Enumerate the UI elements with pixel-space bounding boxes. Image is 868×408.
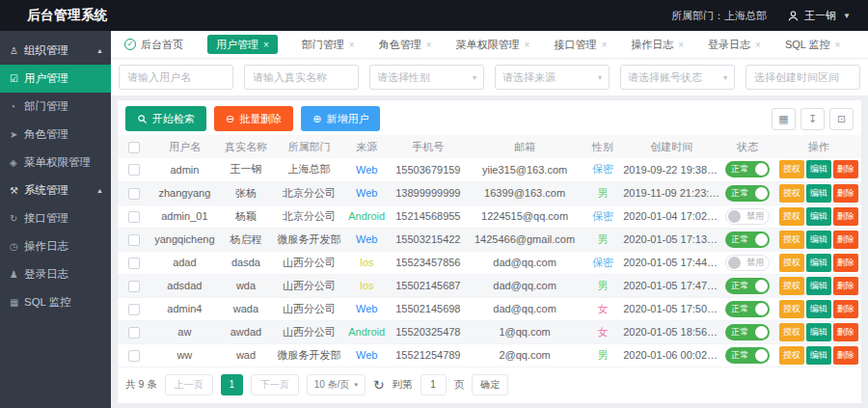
add-user-button[interactable]: ⊕ 新增用户 <box>301 106 380 131</box>
prev-page-button[interactable]: 上一页 <box>165 374 213 395</box>
select-all-checkbox[interactable] <box>128 142 140 153</box>
edit-button[interactable]: 编辑 <box>806 277 831 295</box>
row-checkbox[interactable] <box>128 258 140 269</box>
collapse-arrow-icon[interactable]: ▲ <box>96 47 103 54</box>
status-toggle[interactable]: 正常 <box>725 185 770 202</box>
row-checkbox[interactable] <box>128 327 140 339</box>
row-checkbox[interactable] <box>128 211 140 223</box>
status-toggle[interactable]: 禁用 <box>725 255 770 271</box>
authorize-button[interactable]: 授权 <box>779 160 804 178</box>
sidebar-item-role-mgmt[interactable]: ➤角色管理 <box>0 121 111 149</box>
delete-button[interactable]: 删除 <box>833 231 858 249</box>
tab-close-icon[interactable]: × <box>263 40 269 50</box>
sidebar-item-dept-mgmt[interactable]: ◔部门管理 <box>0 93 111 121</box>
sidebar-item-label: 部门管理 <box>24 99 68 114</box>
tab-role-mgmt[interactable]: 角色管理× <box>379 35 432 54</box>
row-checkbox[interactable] <box>128 304 140 315</box>
tab-close-icon[interactable]: × <box>426 40 432 50</box>
sidebar-item-org-mgmt[interactable]: ♙组织管理▲ <box>0 37 111 65</box>
delete-button[interactable]: 删除 <box>833 207 858 226</box>
department-cell: 北京分公司 <box>274 204 344 228</box>
delete-button[interactable]: 删除 <box>833 346 858 365</box>
source-cell: Web <box>344 158 389 181</box>
tab-dept-mgmt[interactable]: 部门管理× <box>302 35 355 54</box>
authorize-button[interactable]: 授权 <box>779 300 804 318</box>
next-page-button[interactable]: 下一页 <box>251 374 299 395</box>
tab-home[interactable]: ✓后台首页 <box>124 35 183 54</box>
sidebar-item-user-mgmt[interactable]: ☑用户管理 <box>0 65 111 93</box>
export-button[interactable]: ↧ <box>800 108 825 130</box>
edit-button[interactable]: 编辑 <box>806 254 831 272</box>
sidebar-item-login-log[interactable]: ♟登录日志 <box>0 260 111 288</box>
tab-close-icon[interactable]: × <box>349 40 355 50</box>
delete-button[interactable]: 删除 <box>833 184 858 203</box>
main-area: ✓后台首页用户管理×部门管理×角色管理×菜单权限管理×接口管理×操作日志×登录日… <box>111 31 868 408</box>
delete-button[interactable]: 删除 <box>833 160 858 178</box>
status-toggle[interactable]: 正常 <box>725 301 770 317</box>
tab-close-icon[interactable]: × <box>755 40 761 50</box>
edit-button[interactable]: 编辑 <box>806 184 831 203</box>
authorize-button[interactable]: 授权 <box>779 254 804 272</box>
row-checkbox[interactable] <box>128 281 140 292</box>
authorize-button[interactable]: 授权 <box>779 323 804 341</box>
search-button[interactable]: 开始检索 <box>125 106 206 131</box>
current-page[interactable]: 1 <box>221 374 243 395</box>
sidebar-item-operation-log[interactable]: ◷操作日志 <box>0 232 111 260</box>
collapse-arrow-icon[interactable]: ▲ <box>96 187 103 194</box>
authorize-button[interactable]: 授权 <box>779 277 804 295</box>
tab-sql-monitor[interactable]: SQL 监控× <box>785 35 841 54</box>
sidebar-item-menu-permission-mgmt[interactable]: ◈菜单权限管理 <box>0 149 111 177</box>
status-toggle[interactable]: 正常 <box>725 278 770 294</box>
authorize-button[interactable]: 授权 <box>779 231 804 249</box>
page-size-select[interactable]: 10 条/页 ▾ <box>307 374 366 395</box>
filter-input-realname[interactable] <box>244 65 359 90</box>
tab-operation-log[interactable]: 操作日志× <box>631 35 684 54</box>
goto-page-input[interactable] <box>420 374 447 395</box>
filter-select-account-status[interactable]: 请选择账号状态▾ <box>620 65 735 90</box>
edit-button[interactable]: 编辑 <box>806 300 831 318</box>
filter-select-gender[interactable]: 请选择性别▾ <box>369 65 484 90</box>
status-toggle[interactable]: 正常 <box>725 161 770 177</box>
tab-api-mgmt[interactable]: 接口管理× <box>554 35 607 54</box>
sidebar-item-sql-monitor[interactable]: ▦SQL 监控 <box>0 288 111 316</box>
edit-button[interactable]: 编辑 <box>806 207 831 226</box>
tab-close-icon[interactable]: × <box>835 40 841 50</box>
tab-close-icon[interactable]: × <box>678 40 684 50</box>
delete-button[interactable]: 删除 <box>833 277 858 295</box>
tab-login-log[interactable]: 登录日志× <box>708 35 761 54</box>
status-toggle[interactable]: 正常 <box>725 324 770 340</box>
status-toggle[interactable]: 正常 <box>725 231 770 248</box>
tab-menu-permission-mgmt[interactable]: 菜单权限管理× <box>456 35 530 54</box>
row-checkbox[interactable] <box>128 350 140 362</box>
delete-button[interactable]: 删除 <box>833 254 858 272</box>
refresh-icon[interactable]: ↻ <box>373 377 385 393</box>
sidebar-item-api-mgmt[interactable]: ↻接口管理 <box>0 204 111 232</box>
filter-input-username[interactable] <box>119 65 233 90</box>
filter-select-source[interactable]: 请选择来源▾ <box>495 65 610 90</box>
user-menu[interactable]: 王一钢 ▼ <box>787 9 851 23</box>
batch-delete-button[interactable]: ⊖ 批量删除 <box>214 106 293 131</box>
filter-input-created-range[interactable] <box>746 65 860 90</box>
edit-button[interactable]: 编辑 <box>806 231 831 249</box>
edit-button[interactable]: 编辑 <box>806 160 831 178</box>
tab-close-icon[interactable]: × <box>601 40 607 50</box>
tab-close-icon[interactable]: × <box>525 40 530 50</box>
authorize-button[interactable]: 授权 <box>779 207 804 226</box>
row-checkbox[interactable] <box>128 164 140 176</box>
status-toggle[interactable]: 正常 <box>725 347 770 364</box>
authorize-button[interactable]: 授权 <box>779 184 804 203</box>
status-toggle[interactable]: 禁用 <box>725 208 770 225</box>
authorize-button[interactable]: 授权 <box>779 346 804 365</box>
menu-permission-icon: ◈ <box>10 157 24 168</box>
row-checkbox[interactable] <box>128 188 140 200</box>
delete-button[interactable]: 删除 <box>833 323 858 341</box>
delete-button[interactable]: 删除 <box>833 300 858 318</box>
column-grid-button[interactable]: ▦ <box>772 108 796 130</box>
edit-button[interactable]: 编辑 <box>806 323 831 341</box>
sidebar-item-system-mgmt[interactable]: ⚒系统管理▲ <box>0 177 111 204</box>
print-button[interactable]: ⊡ <box>829 108 854 130</box>
goto-confirm-button[interactable]: 确定 <box>472 374 508 395</box>
row-checkbox[interactable] <box>128 234 140 246</box>
tab-user-mgmt[interactable]: 用户管理× <box>207 35 278 54</box>
edit-button[interactable]: 编辑 <box>806 346 831 365</box>
